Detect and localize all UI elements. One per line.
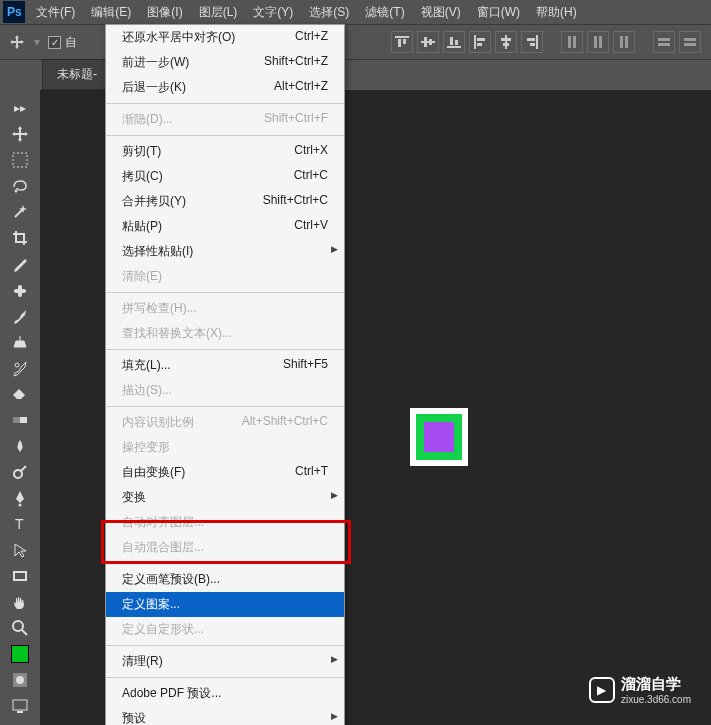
svg-rect-19 <box>530 43 535 46</box>
menu-item[interactable]: 清理(R)▶ <box>106 649 344 674</box>
align-top-icon[interactable] <box>391 31 413 53</box>
crop-tool[interactable] <box>5 226 35 250</box>
align-bottom-icon[interactable] <box>443 31 465 53</box>
menu-item[interactable]: 粘贴(P)Ctrl+V <box>106 214 344 239</box>
menu-item-label: 预设 <box>122 710 146 725</box>
menu-view[interactable]: 视图(V) <box>413 0 469 25</box>
menu-select[interactable]: 选择(S) <box>301 0 357 25</box>
type-tool[interactable]: T <box>5 512 35 536</box>
move-tool[interactable] <box>5 122 35 146</box>
menu-filter[interactable]: 滤镜(T) <box>357 0 412 25</box>
brush-tool[interactable] <box>5 304 35 328</box>
menu-item-shortcut: Ctrl+Z <box>295 29 328 46</box>
menu-item-shortcut: Ctrl+C <box>294 168 328 185</box>
svg-rect-33 <box>18 285 22 297</box>
menu-image[interactable]: 图像(I) <box>139 0 190 25</box>
align-right-icon[interactable] <box>521 31 543 53</box>
quick-mask-icon[interactable] <box>5 668 35 692</box>
menu-separator <box>106 563 344 564</box>
menu-item[interactable]: 拷贝(C)Ctrl+C <box>106 164 344 189</box>
menu-item-shortcut: Shift+F5 <box>283 357 328 374</box>
menu-item[interactable]: Adobe PDF 预设... <box>106 681 344 706</box>
hand-tool[interactable] <box>5 590 35 614</box>
menu-file[interactable]: 文件(F) <box>28 0 83 25</box>
menu-item-shortcut: Ctrl+V <box>294 218 328 235</box>
menu-item[interactable]: 定义图案... <box>106 592 344 617</box>
menu-item[interactable]: 自由变换(F)Ctrl+T <box>106 460 344 485</box>
clone-stamp-tool[interactable] <box>5 330 35 354</box>
menu-item[interactable]: 定义画笔预设(B)... <box>106 567 344 592</box>
menu-item-shortcut: Shift+Ctrl+C <box>263 193 328 210</box>
menu-item-label: 自动混合图层... <box>122 539 204 556</box>
menu-item[interactable]: 剪切(T)Ctrl+X <box>106 139 344 164</box>
blur-tool[interactable] <box>5 434 35 458</box>
rectangle-tool[interactable] <box>5 564 35 588</box>
magic-wand-tool[interactable] <box>5 200 35 224</box>
zoom-tool[interactable] <box>5 616 35 640</box>
auto-select-checkbox[interactable]: ✓ <box>48 36 61 49</box>
menu-item-shortcut: Alt+Shift+Ctrl+C <box>242 414 328 431</box>
align-left-icon[interactable] <box>469 31 491 53</box>
menu-item: 定义自定形状... <box>106 617 344 642</box>
svg-rect-9 <box>450 37 453 45</box>
svg-point-41 <box>13 621 23 631</box>
expand-icon[interactable]: ▸▸ <box>5 96 35 120</box>
menu-item[interactable]: 选择性粘贴(I)▶ <box>106 239 344 264</box>
menu-item[interactable]: 后退一步(K)Alt+Ctrl+Z <box>106 75 344 100</box>
menu-edit[interactable]: 编辑(E) <box>83 0 139 25</box>
menu-item[interactable]: 还原水平居中对齐(O)Ctrl+Z <box>106 25 344 50</box>
menu-item-label: 渐隐(D)... <box>122 111 173 128</box>
menu-item-label: 内容识别比例 <box>122 414 194 431</box>
distribute-bottom-icon[interactable] <box>613 31 635 53</box>
svg-rect-25 <box>625 36 628 48</box>
menu-item-label: 自由变换(F) <box>122 464 185 481</box>
dodge-tool[interactable] <box>5 460 35 484</box>
menu-item-label: 自动对齐图层... <box>122 514 204 531</box>
menu-window[interactable]: 窗口(W) <box>469 0 528 25</box>
menu-item[interactable]: 填充(L)...Shift+F5 <box>106 353 344 378</box>
svg-point-43 <box>16 676 24 684</box>
menu-layer[interactable]: 图层(L) <box>191 0 246 25</box>
menu-item-label: 前进一步(W) <box>122 54 189 71</box>
distribute-top-icon[interactable] <box>561 31 583 53</box>
menu-item-label: 描边(S)... <box>122 382 172 399</box>
distribute-vcenter-icon[interactable] <box>587 31 609 53</box>
path-selection-tool[interactable] <box>5 538 35 562</box>
auto-select-checkbox-row[interactable]: ✓ 自 <box>48 34 77 51</box>
marquee-tool[interactable] <box>5 148 35 172</box>
menu-help[interactable]: 帮助(H) <box>528 0 585 25</box>
menu-separator <box>106 677 344 678</box>
svg-rect-29 <box>684 43 696 46</box>
menu-item[interactable]: 变换▶ <box>106 485 344 510</box>
distribute-left-icon[interactable] <box>653 31 675 53</box>
menu-item[interactable]: 前进一步(W)Shift+Ctrl+Z <box>106 50 344 75</box>
healing-brush-tool[interactable] <box>5 278 35 302</box>
menu-item: 描边(S)... <box>106 378 344 403</box>
svg-rect-20 <box>568 36 571 48</box>
screen-mode-icon[interactable] <box>5 694 35 718</box>
menu-item: 拼写检查(H)... <box>106 296 344 321</box>
svg-rect-22 <box>594 36 597 48</box>
tool-preset-divider: ▾ <box>34 35 40 49</box>
menu-item-label: 粘贴(P) <box>122 218 162 235</box>
svg-rect-28 <box>684 38 696 41</box>
svg-rect-18 <box>527 38 535 41</box>
menu-type[interactable]: 文字(Y) <box>245 0 301 25</box>
foreground-color-swatch[interactable] <box>7 642 33 666</box>
menu-item[interactable]: 合并拷贝(Y)Shift+Ctrl+C <box>106 189 344 214</box>
svg-rect-4 <box>403 39 406 44</box>
align-hcenter-icon[interactable] <box>495 31 517 53</box>
menu-item: 自动混合图层... <box>106 535 344 560</box>
history-brush-tool[interactable] <box>5 356 35 380</box>
distribute-hcenter-icon[interactable] <box>679 31 701 53</box>
document-tab[interactable]: 未标题- <box>42 59 112 90</box>
align-vcenter-icon[interactable] <box>417 31 439 53</box>
pen-tool[interactable] <box>5 486 35 510</box>
menu-item-label: 定义自定形状... <box>122 621 204 638</box>
menu-item[interactable]: 预设▶ <box>106 706 344 725</box>
eyedropper-tool[interactable] <box>5 252 35 276</box>
gradient-tool[interactable] <box>5 408 35 432</box>
svg-rect-15 <box>501 38 511 41</box>
eraser-tool[interactable] <box>5 382 35 406</box>
lasso-tool[interactable] <box>5 174 35 198</box>
